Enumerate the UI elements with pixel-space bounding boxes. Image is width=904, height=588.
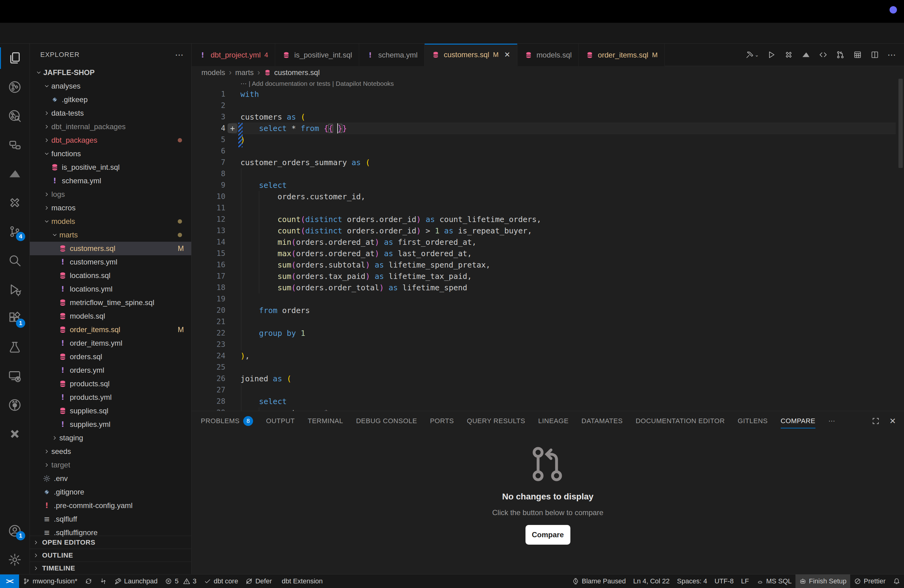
activity-item-extensions[interactable]: 1 bbox=[0, 304, 30, 333]
tree-folder-target[interactable]: target bbox=[30, 458, 191, 472]
panel-tab-documentation-editor[interactable]: DOCUMENTATION EDITOR bbox=[635, 411, 725, 431]
code-line-4[interactable]: 4 select * from {{ }} bbox=[191, 123, 904, 134]
code-line-10[interactable]: 10 orders.customer_id, bbox=[191, 191, 904, 202]
status-language-mode[interactable]: MS SQL bbox=[753, 574, 795, 588]
status-remote[interactable]: >< bbox=[0, 574, 19, 588]
activity-item-testing[interactable] bbox=[0, 333, 30, 362]
activity-item-dbt-lineage[interactable] bbox=[0, 73, 30, 101]
dbt-build-hammer-button[interactable]: ⌄ bbox=[745, 50, 759, 59]
tree-file-order_items.yml[interactable]: !order_items.yml bbox=[30, 337, 191, 350]
code-line-9[interactable]: 9 select bbox=[191, 180, 904, 191]
code-line-23[interactable]: 23 bbox=[191, 339, 904, 350]
code-line-28[interactable]: 28 select bbox=[191, 396, 904, 407]
status-git-branch[interactable]: mwong-fusion* bbox=[19, 574, 81, 588]
code-line-16[interactable]: 16 sum(orders.subtotal) as lifetime_spen… bbox=[191, 259, 904, 270]
breadcrumb-file[interactable]: customers.sql bbox=[264, 68, 320, 77]
tab-order_items.sql[interactable]: order_items.sqlM bbox=[579, 44, 664, 66]
panel-tab-compare[interactable]: COMPARE bbox=[781, 411, 815, 431]
code-line-14[interactable]: 14 min(orders.ordered_at) as first_order… bbox=[191, 237, 904, 248]
code-line-26[interactable]: 26joined as ( bbox=[191, 373, 904, 384]
tree-file-customers.sql[interactable]: customers.sqlM bbox=[30, 242, 191, 255]
tree-folder-functions[interactable]: functions bbox=[30, 147, 191, 161]
activity-item-accounts[interactable]: 1 bbox=[0, 516, 30, 545]
tree-folder-models[interactable]: models bbox=[30, 215, 191, 228]
status-defer[interactable]: Defer bbox=[242, 574, 275, 588]
tree-file-supplies.sql[interactable]: supplies.sql bbox=[30, 404, 191, 417]
tab-models.sql[interactable]: models.sql bbox=[517, 44, 579, 66]
activity-item-dbt-filled[interactable] bbox=[0, 419, 30, 448]
panel-tab-debug-console[interactable]: DEBUG CONSOLE bbox=[356, 411, 417, 431]
tree-file-products.yml[interactable]: !products.yml bbox=[30, 390, 191, 404]
status-dbt-core[interactable]: dbt core bbox=[200, 574, 242, 588]
panel-tab-problems[interactable]: PROBLEMS8 bbox=[201, 411, 253, 431]
tree-file-.sqlfluff[interactable]: ≡.sqlfluff bbox=[30, 512, 191, 526]
status-finish-setup[interactable]: Finish Setup bbox=[795, 574, 850, 588]
tab-customers.sql[interactable]: customers.sqlM✕ bbox=[425, 44, 517, 66]
status-prettier[interactable]: Prettier bbox=[850, 574, 889, 588]
panel-tab-ports[interactable]: PORTS bbox=[430, 411, 454, 431]
code-line-11[interactable]: 11 bbox=[191, 202, 904, 214]
git-pr-button[interactable] bbox=[836, 50, 845, 59]
tree-file-.gitkeep[interactable]: .gitkeep bbox=[30, 93, 191, 106]
tree-file-schema.yml[interactable]: !schema.yml bbox=[30, 174, 191, 188]
status-encoding[interactable]: UTF-8 bbox=[711, 574, 737, 588]
tree-folder-logs[interactable]: logs bbox=[30, 188, 191, 201]
status-notifications[interactable] bbox=[889, 574, 904, 588]
code-line-22[interactable]: 22 group by 1 bbox=[191, 327, 904, 339]
tree-file-supplies.yml[interactable]: !supplies.yml bbox=[30, 417, 191, 431]
status-compare-changes[interactable] bbox=[96, 574, 111, 588]
explorer-more-actions[interactable]: ⋯ bbox=[175, 50, 183, 60]
panel-tab-datamates[interactable]: DATAMATES bbox=[582, 411, 623, 431]
code-line-19[interactable]: 19 bbox=[191, 293, 904, 305]
preview-code-button[interactable] bbox=[819, 50, 828, 59]
code-line-29[interactable]: 29 customers.*, bbox=[191, 407, 904, 411]
close-tab-icon[interactable]: ✕ bbox=[504, 51, 510, 59]
close-panel-icon[interactable]: ✕ bbox=[889, 416, 896, 426]
code-line-8[interactable]: 8 bbox=[191, 168, 904, 180]
status-cursor-position[interactable]: Ln 4, Col 22 bbox=[629, 574, 673, 588]
panel-tab-terminal[interactable]: TERMINAL bbox=[308, 411, 343, 431]
activity-item-github[interactable] bbox=[0, 390, 30, 419]
maximize-panel-icon[interactable] bbox=[871, 417, 880, 425]
tree-file-is_positive_int.sql[interactable]: is_positive_int.sql bbox=[30, 161, 191, 174]
code-line-21[interactable]: 21 bbox=[191, 316, 904, 327]
activity-item-dbt-power-user[interactable] bbox=[0, 188, 30, 217]
tree-folder-dbt_packages[interactable]: dbt_packages bbox=[30, 133, 191, 147]
tree-file-customers.yml[interactable]: !customers.yml bbox=[30, 255, 191, 269]
activity-item-settings[interactable] bbox=[0, 545, 30, 574]
status-blame[interactable]: Blame Paused bbox=[568, 574, 629, 588]
tree-folder-marts[interactable]: marts bbox=[30, 228, 191, 242]
query-grid-button[interactable] bbox=[853, 50, 862, 59]
code-line-7[interactable]: 7customer_orders_summary as ( bbox=[191, 157, 904, 168]
panel-tab-lineage[interactable]: LINEAGE bbox=[538, 411, 569, 431]
tree-file-products.sql[interactable]: products.sql bbox=[30, 377, 191, 390]
section-timeline[interactable]: TIMELINE bbox=[30, 561, 191, 574]
tree-folder-JAFFLE-SHOP[interactable]: JAFFLE-SHOP bbox=[30, 66, 191, 79]
tree-file-.env[interactable]: .env bbox=[30, 472, 191, 485]
status-dbt-extension[interactable]: dbt Extension bbox=[275, 574, 326, 588]
activity-item-search[interactable] bbox=[0, 246, 30, 275]
tree-file-models.sql[interactable]: models.sql bbox=[30, 309, 191, 323]
compare-button[interactable]: Compare bbox=[525, 525, 571, 545]
split-editor-button[interactable] bbox=[870, 50, 879, 59]
code-line-13[interactable]: 13 count(distinct orders.order_id) > 1 a… bbox=[191, 225, 904, 237]
activity-item-dbt-query[interactable] bbox=[0, 101, 30, 130]
run-button[interactable] bbox=[767, 50, 776, 59]
tree-folder-staging[interactable]: staging bbox=[30, 431, 191, 445]
panel-tab-output[interactable]: OUTPUT bbox=[266, 411, 295, 431]
tree-file-.pre-commit-config.yaml[interactable]: !.pre-commit-config.yaml bbox=[30, 499, 191, 512]
breadcrumb[interactable]: models›marts›customers.sql bbox=[191, 66, 904, 79]
activity-item-remote-explorer[interactable] bbox=[0, 362, 30, 390]
section-open-editors[interactable]: OPEN EDITORS bbox=[30, 536, 191, 548]
breadcrumb-item[interactable]: marts bbox=[235, 68, 254, 77]
code-line-20[interactable]: 20 from orders bbox=[191, 305, 904, 316]
status-eol[interactable]: LF bbox=[737, 574, 753, 588]
code-line-25[interactable]: 25 bbox=[191, 362, 904, 373]
tab-dbt_project.yml[interactable]: !dbt_project.yml4 bbox=[191, 44, 275, 66]
code-line-6[interactable]: 6 bbox=[191, 145, 904, 157]
dbt-power-user-button[interactable] bbox=[784, 50, 793, 59]
status-problems[interactable]: 53 bbox=[161, 574, 200, 588]
code-line-12[interactable]: 12 count(distinct orders.order_id) as co… bbox=[191, 214, 904, 225]
more-button[interactable]: ⋯ bbox=[887, 50, 896, 60]
status-launchpad[interactable]: Launchpad bbox=[111, 574, 161, 588]
